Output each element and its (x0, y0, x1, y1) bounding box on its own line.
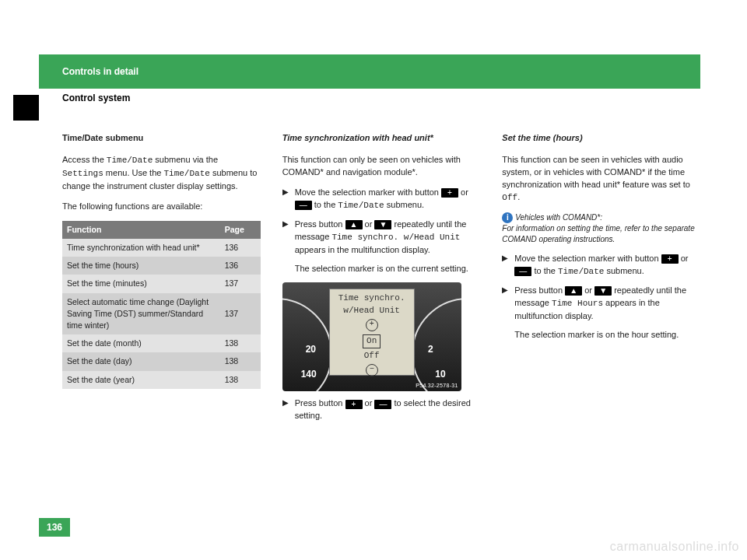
mono-off: Off (502, 193, 517, 202)
column-1: Time/Date submenu Access the Time/Date s… (62, 132, 261, 429)
t: submenu. (384, 200, 424, 209)
cell-page: 138 (220, 371, 261, 389)
t: . (517, 192, 520, 201)
table-row: Select automatic time change (Daylight S… (62, 293, 261, 335)
t: to the (531, 266, 558, 275)
cell-func: Set the date (month) (62, 334, 220, 352)
step-marker-icon: ▶ (282, 397, 290, 422)
col3-title: Set the time (hours) (502, 132, 700, 145)
mono-timedate: Time/Date (107, 156, 153, 165)
screen-minus-icon: − (366, 364, 378, 376)
step-item: ▶ Press button ▲ or ▼ repeatedly until t… (502, 285, 700, 323)
t: Move the selection marker with button (514, 254, 661, 263)
mono-time-hours: Time Hours (552, 299, 603, 308)
step-marker-icon: ▶ (282, 219, 290, 257)
watermark: carmanualsonline.info (610, 540, 739, 554)
minus-button-icon: — (374, 400, 391, 409)
mono-sync: Time synchro. w/Head Unit (331, 233, 460, 242)
col1-title: Time/Date submenu (62, 132, 261, 145)
step-body: Press button + or — to select the desire… (295, 397, 481, 422)
col2-title: Time synchronization with head unit* (282, 132, 481, 145)
cell-page: 136 (220, 257, 261, 275)
down-button-icon: ▼ (594, 286, 612, 296)
step-item: ▶ Move the selection marker with button … (502, 253, 700, 278)
cluster-display-figure: 20 140 2 10 Time synchro. w/Head Unit + … (282, 282, 461, 391)
table-row: Set the date (year)138 (62, 371, 261, 389)
col2-after: The selection marker is on the current s… (295, 263, 481, 275)
plus-button-icon: + (661, 254, 679, 264)
step-body: Press button ▲ or ▼ repeatedly until the… (295, 219, 481, 257)
table-row: Set the date (day)138 (62, 352, 261, 370)
plus-button-icon: + (441, 188, 458, 198)
t: submenu via the (153, 155, 218, 164)
col3-after: The selection marker is on the hour sett… (514, 329, 700, 341)
minus-button-icon: — (295, 201, 312, 210)
step-body: Move the selection marker with button + … (514, 253, 700, 278)
screen-off: Off (364, 351, 380, 360)
column-2: Time synchronization with head unit* Thi… (282, 132, 481, 429)
cell-func: Set the date (year) (62, 371, 220, 389)
step-marker-icon: ▶ (502, 285, 510, 323)
table-row: Time synchronization with head unit*136 (62, 239, 261, 257)
step-body: Press button ▲ or ▼ repeatedly until the… (514, 285, 700, 323)
screen-line2: w/Head Unit (330, 305, 414, 317)
t: or (679, 254, 689, 263)
mono-timedate: Time/Date (338, 201, 384, 210)
up-button-icon: ▲ (345, 220, 363, 229)
t: Press button (514, 285, 565, 295)
t: Access the (62, 155, 107, 164)
figure-id: P54.32-2578-31 (416, 382, 458, 390)
gauge-number: 140 (301, 368, 317, 381)
info-note: i Vehicles with COMAND*: For information… (502, 212, 700, 245)
column-3: Set the time (hours) This function can b… (502, 132, 700, 429)
cell-func: Set the time (hours) (62, 257, 220, 275)
step-item: ▶ Press button ▲ or ▼ repeatedly until t… (282, 219, 481, 257)
col1-functions-lead: The following functions are available: (62, 201, 261, 213)
table-header-row: Function Page (62, 221, 261, 239)
t: submenu. (604, 266, 644, 275)
cell-func: Set the date (day) (62, 352, 220, 370)
col2-intro: This function can only be seen on vehicl… (282, 154, 481, 179)
table-row: Set the time (minutes)137 (62, 275, 261, 292)
gauge-number: 2 (428, 343, 433, 356)
t: Press button (295, 398, 345, 408)
mono-settings: Settings (62, 169, 103, 178)
cell-page: 136 (220, 239, 261, 257)
page-edge-tab (13, 95, 39, 121)
section-header: Control system (39, 89, 700, 107)
cell-page: 138 (220, 334, 261, 352)
gauge-number: 10 (435, 368, 445, 381)
t: to the (312, 200, 338, 209)
cell-func: Set the time (minutes) (62, 275, 220, 292)
down-button-icon: ▼ (374, 220, 391, 229)
step-marker-icon: ▶ (282, 187, 290, 212)
t: or (363, 219, 375, 229)
t: or (458, 187, 468, 197)
screen-selected-on: On (363, 334, 381, 348)
t: or (363, 398, 375, 408)
cell-page: 137 (220, 293, 261, 335)
cell-page: 137 (220, 275, 261, 292)
screen-line1: Time synchro. (330, 292, 414, 305)
content-columns: Time/Date submenu Access the Time/Date s… (62, 132, 700, 429)
th-function: Function (62, 221, 220, 239)
step-marker-icon: ▶ (502, 253, 510, 278)
th-page: Page (220, 221, 261, 239)
t: appears in the multifunction display. (295, 245, 430, 254)
t: Move the selection marker with button (295, 187, 441, 197)
mono-timedate: Time/Date (558, 267, 604, 276)
step-item: ▶ Press button + or — to select the desi… (282, 397, 481, 422)
t: menu. Use the (103, 168, 164, 177)
lcd-screen: Time synchro. w/Head Unit + On Off − (329, 289, 415, 376)
functions-table: Function Page Time synchronization with … (62, 221, 261, 389)
mono-timedate: Time/Date (163, 169, 209, 178)
t: Press button (295, 219, 345, 229)
info-icon: i (502, 212, 513, 223)
col1-intro: Access the Time/Date submenu via the Set… (62, 154, 261, 193)
screen-plus-icon: + (366, 319, 378, 331)
step-item: ▶ Move the selection marker with button … (282, 187, 481, 212)
cell-page: 138 (220, 352, 261, 370)
page-number: 136 (39, 518, 70, 537)
step-body: Move the selection marker with button + … (295, 187, 481, 212)
table-row: Set the date (month)138 (62, 334, 261, 352)
